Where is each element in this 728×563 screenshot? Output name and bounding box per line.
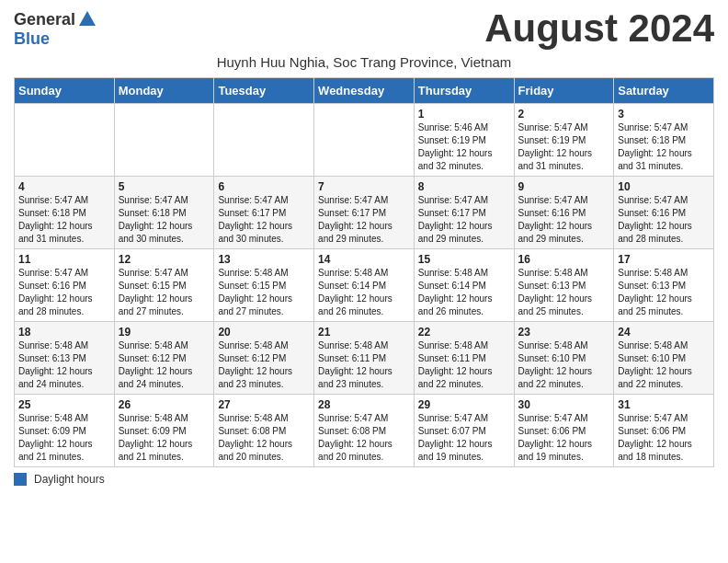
- day-info: Sunrise: 5:48 AM Sunset: 6:11 PM Dayligh…: [418, 339, 510, 391]
- day-number: 21: [318, 326, 410, 339]
- calendar-cell: 31Sunrise: 5:47 AM Sunset: 6:06 PM Dayli…: [614, 395, 714, 467]
- calendar-cell: 3Sunrise: 5:47 AM Sunset: 6:18 PM Daylig…: [614, 104, 714, 177]
- legend-label: Daylight hours: [34, 473, 105, 486]
- day-info: Sunrise: 5:48 AM Sunset: 6:09 PM Dayligh…: [119, 412, 210, 464]
- calendar-cell: 13Sunrise: 5:48 AM Sunset: 6:15 PM Dayli…: [214, 249, 314, 322]
- calendar-cell: 14Sunrise: 5:48 AM Sunset: 6:14 PM Dayli…: [314, 249, 415, 322]
- day-number: 14: [318, 253, 410, 266]
- calendar-cell: 4Sunrise: 5:47 AM Sunset: 6:18 PM Daylig…: [15, 177, 115, 249]
- calendar-cell: 19Sunrise: 5:48 AM Sunset: 6:12 PM Dayli…: [114, 322, 214, 395]
- day-info: Sunrise: 5:48 AM Sunset: 6:10 PM Dayligh…: [618, 339, 710, 391]
- day-info: Sunrise: 5:47 AM Sunset: 6:18 PM Dayligh…: [119, 194, 210, 246]
- calendar-cell: 15Sunrise: 5:48 AM Sunset: 6:14 PM Dayli…: [414, 249, 514, 322]
- day-info: Sunrise: 5:47 AM Sunset: 6:06 PM Dayligh…: [518, 412, 610, 464]
- day-number: 24: [618, 326, 710, 339]
- logo-blue: Blue: [14, 29, 50, 49]
- day-info: Sunrise: 5:48 AM Sunset: 6:12 PM Dayligh…: [218, 339, 310, 391]
- calendar-cell: 30Sunrise: 5:47 AM Sunset: 6:06 PM Dayli…: [514, 395, 614, 467]
- calendar-cell: 7Sunrise: 5:47 AM Sunset: 6:17 PM Daylig…: [314, 177, 415, 249]
- calendar-cell: 8Sunrise: 5:47 AM Sunset: 6:17 PM Daylig…: [414, 177, 514, 249]
- calendar-header-row: SundayMondayTuesdayWednesdayThursdayFrid…: [15, 78, 714, 104]
- day-number: 6: [218, 180, 310, 193]
- header-cell-monday: Monday: [114, 78, 214, 104]
- day-info: Sunrise: 5:48 AM Sunset: 6:13 PM Dayligh…: [18, 339, 110, 391]
- calendar-week-row: 25Sunrise: 5:48 AM Sunset: 6:09 PM Dayli…: [15, 395, 714, 467]
- header-cell-friday: Friday: [514, 78, 614, 104]
- calendar-cell: 25Sunrise: 5:48 AM Sunset: 6:09 PM Dayli…: [15, 395, 115, 467]
- calendar-cell: 12Sunrise: 5:47 AM Sunset: 6:15 PM Dayli…: [114, 249, 214, 322]
- header-cell-wednesday: Wednesday: [314, 78, 415, 104]
- calendar-cell: 9Sunrise: 5:47 AM Sunset: 6:16 PM Daylig…: [514, 177, 614, 249]
- calendar-cell: 24Sunrise: 5:48 AM Sunset: 6:10 PM Dayli…: [614, 322, 714, 395]
- day-info: Sunrise: 5:48 AM Sunset: 6:13 PM Dayligh…: [518, 267, 610, 318]
- day-info: Sunrise: 5:47 AM Sunset: 6:18 PM Dayligh…: [618, 121, 710, 173]
- day-number: 13: [218, 253, 310, 266]
- day-number: 29: [418, 398, 510, 411]
- day-info: Sunrise: 5:47 AM Sunset: 6:18 PM Dayligh…: [18, 194, 110, 246]
- day-info: Sunrise: 5:47 AM Sunset: 6:15 PM Dayligh…: [119, 267, 210, 318]
- logo-general: General: [14, 10, 75, 29]
- day-number: 31: [618, 398, 710, 411]
- day-info: Sunrise: 5:46 AM Sunset: 6:19 PM Dayligh…: [418, 121, 510, 173]
- day-number: 7: [318, 180, 410, 193]
- header-cell-saturday: Saturday: [614, 78, 714, 104]
- day-number: 20: [218, 326, 310, 339]
- day-info: Sunrise: 5:47 AM Sunset: 6:08 PM Dayligh…: [318, 412, 410, 464]
- header-cell-sunday: Sunday: [15, 78, 115, 104]
- calendar-week-row: 18Sunrise: 5:48 AM Sunset: 6:13 PM Dayli…: [15, 322, 714, 395]
- day-info: Sunrise: 5:48 AM Sunset: 6:15 PM Dayligh…: [218, 267, 310, 318]
- day-number: 18: [18, 326, 110, 339]
- day-number: 9: [518, 180, 610, 193]
- day-number: 2: [518, 108, 610, 121]
- calendar-cell: 28Sunrise: 5:47 AM Sunset: 6:08 PM Dayli…: [314, 395, 415, 467]
- day-number: 30: [518, 398, 610, 411]
- calendar-cell: 11Sunrise: 5:47 AM Sunset: 6:16 PM Dayli…: [15, 249, 115, 322]
- day-info: Sunrise: 5:47 AM Sunset: 6:17 PM Dayligh…: [418, 194, 510, 246]
- day-number: 23: [518, 326, 610, 339]
- day-number: 10: [618, 180, 710, 193]
- day-info: Sunrise: 5:48 AM Sunset: 6:13 PM Dayligh…: [618, 267, 710, 318]
- day-number: 8: [418, 180, 510, 193]
- day-number: 15: [418, 253, 510, 266]
- calendar-cell: [15, 104, 115, 177]
- day-number: 12: [119, 253, 210, 266]
- calendar-week-row: 11Sunrise: 5:47 AM Sunset: 6:16 PM Dayli…: [15, 249, 714, 322]
- calendar-cell: 26Sunrise: 5:48 AM Sunset: 6:09 PM Dayli…: [114, 395, 214, 467]
- day-number: 27: [218, 398, 310, 411]
- calendar-cell: 23Sunrise: 5:48 AM Sunset: 6:10 PM Dayli…: [514, 322, 614, 395]
- calendar-cell: 1Sunrise: 5:46 AM Sunset: 6:19 PM Daylig…: [414, 104, 514, 177]
- header-cell-thursday: Thursday: [414, 78, 514, 104]
- day-info: Sunrise: 5:48 AM Sunset: 6:09 PM Dayligh…: [18, 412, 110, 464]
- day-info: Sunrise: 5:48 AM Sunset: 6:11 PM Dayligh…: [318, 339, 410, 391]
- day-info: Sunrise: 5:48 AM Sunset: 6:14 PM Dayligh…: [418, 267, 510, 318]
- day-number: 1: [418, 108, 510, 121]
- day-info: Sunrise: 5:48 AM Sunset: 6:08 PM Dayligh…: [218, 412, 310, 464]
- day-info: Sunrise: 5:47 AM Sunset: 6:06 PM Dayligh…: [618, 412, 710, 464]
- calendar-cell: 16Sunrise: 5:48 AM Sunset: 6:13 PM Dayli…: [514, 249, 614, 322]
- day-info: Sunrise: 5:47 AM Sunset: 6:16 PM Dayligh…: [18, 267, 110, 318]
- day-info: Sunrise: 5:47 AM Sunset: 6:17 PM Dayligh…: [218, 194, 310, 246]
- calendar-cell: 20Sunrise: 5:48 AM Sunset: 6:12 PM Dayli…: [214, 322, 314, 395]
- day-info: Sunrise: 5:47 AM Sunset: 6:16 PM Dayligh…: [618, 194, 710, 246]
- logo: General Blue: [14, 9, 97, 49]
- day-info: Sunrise: 5:47 AM Sunset: 6:17 PM Dayligh…: [318, 194, 410, 246]
- header-cell-tuesday: Tuesday: [214, 78, 314, 104]
- day-number: 25: [18, 398, 110, 411]
- day-info: Sunrise: 5:47 AM Sunset: 6:16 PM Dayligh…: [518, 194, 610, 246]
- day-number: 26: [119, 398, 210, 411]
- day-number: 3: [618, 108, 710, 121]
- day-info: Sunrise: 5:48 AM Sunset: 6:14 PM Dayligh…: [318, 267, 410, 318]
- calendar-cell: 2Sunrise: 5:47 AM Sunset: 6:19 PM Daylig…: [514, 104, 614, 177]
- calendar-cell: 10Sunrise: 5:47 AM Sunset: 6:16 PM Dayli…: [614, 177, 714, 249]
- calendar-cell: 22Sunrise: 5:48 AM Sunset: 6:11 PM Dayli…: [414, 322, 514, 395]
- calendar-cell: 27Sunrise: 5:48 AM Sunset: 6:08 PM Dayli…: [214, 395, 314, 467]
- day-info: Sunrise: 5:47 AM Sunset: 6:07 PM Dayligh…: [418, 412, 510, 464]
- month-title: August 2024: [484, 9, 714, 48]
- day-number: 5: [119, 180, 210, 193]
- day-info: Sunrise: 5:47 AM Sunset: 6:19 PM Dayligh…: [518, 121, 610, 173]
- calendar-cell: [114, 104, 214, 177]
- day-number: 17: [618, 253, 710, 266]
- legend-box: [14, 473, 27, 486]
- day-number: 22: [418, 326, 510, 339]
- day-number: 11: [18, 253, 110, 266]
